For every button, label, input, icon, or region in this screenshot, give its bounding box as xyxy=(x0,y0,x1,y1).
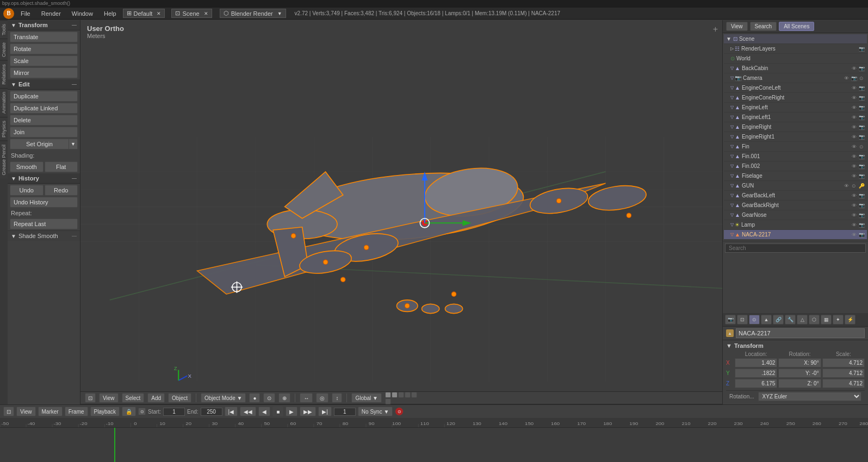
repeat-last-button[interactable]: Repeat Last xyxy=(10,218,78,229)
gearbackleft-item[interactable]: ▽ ▲ GearBackLeft 👁 📷 xyxy=(724,191,867,201)
loc-x-input[interactable] xyxy=(735,358,777,367)
delete-button[interactable]: Delete xyxy=(10,115,78,126)
rotation-mode-select[interactable]: XYZ Euler xyxy=(758,392,861,401)
obj-vis-10[interactable]: 👁 xyxy=(851,163,857,170)
obj-render-3[interactable]: 📷 xyxy=(858,95,865,101)
obj-render-9[interactable]: 📷 xyxy=(858,153,865,160)
shade-button[interactable]: ● xyxy=(249,393,260,403)
viewport-shading-btn[interactable]: ⊙ xyxy=(263,393,275,403)
obj-vis-8[interactable]: 👁 xyxy=(851,143,857,150)
obj-render-4[interactable]: 📷 xyxy=(858,104,865,111)
search-tab[interactable]: Search xyxy=(750,22,777,31)
layer-1[interactable] xyxy=(385,392,391,398)
join-button[interactable]: Join xyxy=(10,127,78,138)
obj-render-15[interactable]: 📷 xyxy=(858,212,865,218)
engineconeleft-item[interactable]: ▽ ▲ EngineConeLeft 👁 📷 xyxy=(724,83,867,93)
layer-2[interactable] xyxy=(392,392,398,398)
gearbackright-item[interactable]: ▽ ▲ GearBackRight 👁 📷 xyxy=(724,201,867,210)
render-props-icon[interactable]: 📷 xyxy=(725,315,736,324)
smooth-button[interactable]: Smooth xyxy=(10,161,44,172)
tab-animation[interactable]: Animation xyxy=(0,88,8,117)
timeline-track[interactable] xyxy=(0,428,868,462)
undo-history-button[interactable]: Undo History xyxy=(10,197,78,208)
obj-render-16[interactable]: 📷 xyxy=(858,222,865,228)
scale-y-input[interactable] xyxy=(822,369,865,378)
timeline-icon[interactable]: ⊡ xyxy=(3,407,14,416)
fin002-item[interactable]: ▽ ▲ Fin.002 👁 📷 xyxy=(724,161,867,171)
jump-forward-btn[interactable]: ▶▶ xyxy=(300,407,316,416)
obj-render-10[interactable]: 📷 xyxy=(858,163,865,170)
sync-dropdown[interactable]: No Sync ▼ xyxy=(358,407,393,416)
start-frame-input[interactable] xyxy=(163,408,185,416)
obj-cam-1[interactable]: 📷 xyxy=(851,75,857,82)
viewport-view-icon[interactable]: ⊡ xyxy=(85,393,96,403)
tab-create[interactable]: Create xyxy=(0,39,8,60)
tab-grease-pencil[interactable]: Grease Pencil xyxy=(0,141,8,179)
object-name-input[interactable] xyxy=(736,328,865,338)
rot-x-input[interactable] xyxy=(778,358,821,367)
obj-vis-6[interactable]: 👁 xyxy=(851,124,857,130)
backcabin-item[interactable]: ▽ ▲ BackCabin 👁 📷 xyxy=(724,64,867,73)
obj-render-13[interactable]: 📷 xyxy=(858,192,865,199)
timeline-view[interactable]: View xyxy=(16,407,36,416)
skip-end-btn[interactable]: ▶| xyxy=(318,407,332,416)
record-btn[interactable]: ⊙ xyxy=(395,407,404,416)
obj-vis-3[interactable]: 👁 xyxy=(851,95,857,101)
view-tab[interactable]: View xyxy=(726,22,748,31)
lock-btn[interactable]: 🔒 xyxy=(122,407,136,416)
obj-vis-16[interactable]: 👁 xyxy=(851,222,857,228)
obj-render-7[interactable]: 📷 xyxy=(858,134,865,140)
layout-close[interactable]: ✕ xyxy=(157,11,161,16)
world-props-icon[interactable]: ⊙ xyxy=(749,315,760,324)
obj-render-5[interactable]: 📷 xyxy=(858,114,865,121)
obj-vis-11[interactable]: 👁 xyxy=(851,173,857,179)
render-layers-item[interactable]: ▷ ☷ RenderLayers 📷 xyxy=(724,44,867,54)
texture-props-icon[interactable]: ▦ xyxy=(821,315,832,324)
loc-y-input[interactable] xyxy=(735,369,777,378)
obj-render-11[interactable]: 📷 xyxy=(858,173,865,179)
current-frame-input[interactable] xyxy=(334,408,356,416)
engineleft-item[interactable]: ▽ ▲ EngineLeft 👁 📷 xyxy=(724,103,867,113)
rot-y-input[interactable] xyxy=(778,369,821,378)
scene-item[interactable]: ▼ ⊡ Scene xyxy=(724,34,867,44)
obj-vis-9[interactable]: 👁 xyxy=(851,153,857,160)
obj-render-0[interactable]: 📷 xyxy=(858,65,865,72)
engineconeright-item[interactable]: ▽ ▲ EngineConeRight 👁 📷 xyxy=(724,93,867,103)
engineright1-item[interactable]: ▽ ▲ EngineRight1 👁 📷 xyxy=(724,132,867,142)
duplicate-linked-button[interactable]: Duplicate Linked xyxy=(10,103,78,114)
particle-props-icon[interactable]: ✦ xyxy=(833,315,844,324)
mirror-button[interactable]: Mirror xyxy=(10,67,78,78)
layer-6[interactable] xyxy=(385,398,391,404)
flat-button[interactable]: Flat xyxy=(45,161,78,172)
obj-vis-17[interactable]: 👁 xyxy=(851,232,857,238)
end-frame-input[interactable] xyxy=(201,408,222,416)
menu-file[interactable]: File xyxy=(18,9,33,18)
obj-vis-7[interactable]: 👁 xyxy=(851,134,857,140)
object-menu[interactable]: Object xyxy=(168,393,191,403)
obj-vis-5[interactable]: 👁 xyxy=(851,114,857,121)
menu-render[interactable]: Render xyxy=(39,9,63,18)
data-props-icon[interactable]: △ xyxy=(797,315,808,324)
obj-render-2[interactable]: 📷 xyxy=(858,85,865,91)
add-menu[interactable]: Add xyxy=(147,393,165,403)
obj-render-14[interactable]: 📷 xyxy=(858,202,865,209)
obj-vis-4[interactable]: 👁 xyxy=(851,104,857,111)
scene-props-icon[interactable]: ⊡ xyxy=(737,315,748,324)
render-btn[interactable]: ⊕ xyxy=(278,393,290,403)
obj-render-17[interactable]: 📷 xyxy=(858,232,865,238)
obj-extra-12[interactable]: 🔑 xyxy=(858,183,865,189)
viewport[interactable]: X Z User Ortho Meters (1) NACA-2217 + xyxy=(80,20,722,404)
layer-5[interactable] xyxy=(411,392,417,398)
skip-start-btn[interactable]: |◀ xyxy=(225,407,238,416)
engineleft1-item[interactable]: ▽ ▲ EngineLeft1 👁 📷 xyxy=(724,113,867,122)
duplicate-button[interactable]: Duplicate xyxy=(10,91,78,102)
scene-close[interactable]: ✕ xyxy=(204,11,208,16)
loc-z-input[interactable] xyxy=(735,379,777,388)
scale-z-input[interactable] xyxy=(822,379,865,388)
transform-btn[interactable]: ↕ xyxy=(332,393,342,403)
obj-vis-1[interactable]: 👁 xyxy=(843,75,850,82)
mode-dropdown[interactable]: Object Mode ▼ xyxy=(201,393,246,403)
lamp-item[interactable]: ▽ ☀ Lamp 👁 📷 xyxy=(724,220,867,230)
rotate-button[interactable]: Rotate xyxy=(10,43,78,54)
scale-x-input[interactable] xyxy=(822,358,865,367)
